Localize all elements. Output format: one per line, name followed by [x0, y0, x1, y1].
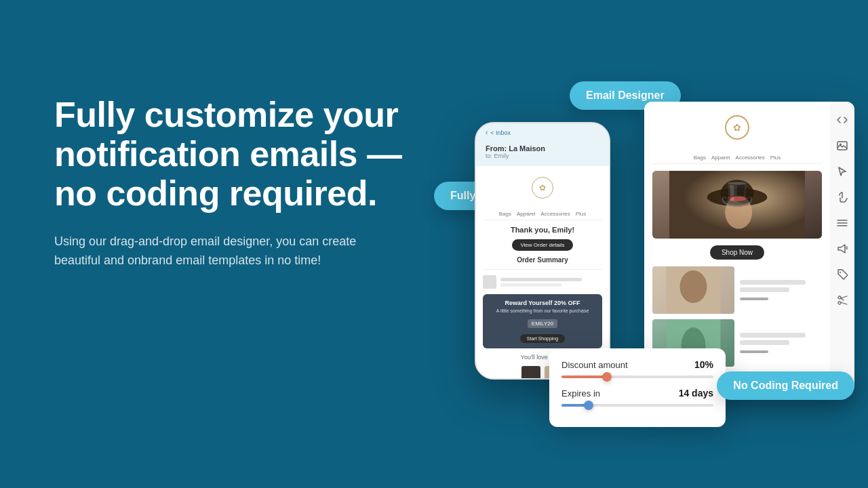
panel-hero-image: [652, 171, 822, 239]
order-item-thumbnail: [483, 275, 496, 289]
expires-label: Expires in: [561, 388, 600, 399]
svg-point-17: [838, 302, 841, 304]
email-to: to: Emily: [486, 152, 599, 159]
divider: [483, 269, 602, 270]
promo-title: Reward Yourself 20% OFF: [490, 300, 595, 306]
nav-accessories-phone: Accessories: [541, 211, 570, 217]
panel-cta-button[interactable]: Shop Now: [710, 245, 764, 260]
phone-body: ✿ Bags Apparel Accessories Plus Thank yo…: [476, 166, 609, 380]
megaphone-icon[interactable]: [835, 241, 850, 256]
panel-nav: Bags Apparel Accessories Plus: [652, 152, 822, 164]
view-order-button[interactable]: View Order details: [512, 239, 572, 251]
cursor-icon[interactable]: [835, 164, 850, 179]
panel-sidebar: [830, 102, 854, 393]
discount-card: Discount amount 10% Expires in 14 days: [549, 348, 726, 427]
text-line-2: [740, 287, 789, 292]
product-text-lines: [740, 266, 822, 314]
product-thumb-1: [521, 366, 540, 380]
image-icon[interactable]: [835, 138, 850, 153]
nav-plus-phone: Plus: [576, 211, 587, 217]
svg-point-15: [840, 272, 841, 273]
expires-slider-track[interactable]: [561, 404, 713, 407]
svg-line-13: [846, 247, 848, 247]
text-line-1: [740, 280, 806, 285]
svg-point-2: [721, 180, 754, 207]
svg-line-20: [841, 298, 844, 300]
product-image-1: [652, 266, 734, 314]
expires-row: Expires in 14 days: [561, 388, 713, 399]
order-row: [483, 275, 602, 289]
nav-bags-phone: Bags: [499, 211, 511, 217]
discount-slider-thumb[interactable]: [602, 372, 612, 382]
panel-logo-header: ✿: [652, 110, 822, 145]
no-coding-badge: No Coding Required: [717, 371, 854, 400]
nav-apparel: Apparel: [711, 155, 730, 161]
inbox-label: < Inbox: [490, 129, 511, 136]
email-from: From: La Maison: [486, 144, 599, 152]
touch-icon[interactable]: [835, 190, 850, 205]
expires-slider-thumb[interactable]: [584, 401, 593, 410]
svg-line-19: [841, 302, 847, 304]
nav-accessories: Accessories: [736, 155, 765, 161]
discount-amount-row: Discount amount 10%: [561, 359, 713, 370]
tag-icon[interactable]: [835, 267, 850, 282]
back-chevron-icon: ‹: [486, 129, 488, 136]
phone-status-bar: ‹ < Inbox: [476, 123, 609, 142]
nav-apparel-phone: Apparel: [517, 211, 536, 217]
phone-nav: Bags Apparel Accessories Plus: [483, 208, 602, 220]
promo-subtitle: A little something from our favorite pur…: [490, 308, 595, 313]
thank-you-text: Thank you, Emily!: [511, 226, 574, 234]
svg-point-3: [725, 196, 752, 229]
main-headline: Fully customize your notification emails…: [54, 95, 434, 214]
phone-brand-logo: ✿: [532, 177, 553, 199]
promo-block: Reward Yourself 20% OFF A little somethi…: [483, 294, 602, 348]
promo-code: EMILY20: [528, 319, 557, 328]
text-line-4: [740, 333, 806, 338]
svg-line-18: [841, 296, 847, 298]
left-content: Fully customize your notification emails…: [54, 95, 434, 270]
svg-point-1: [707, 188, 768, 207]
discount-amount-value: 10%: [694, 359, 713, 370]
discount-slider-fill: [561, 375, 607, 378]
scissors-icon[interactable]: [835, 293, 850, 308]
text-line-5: [740, 340, 789, 345]
text-line-6: [740, 350, 768, 353]
product-text-lines-2: [740, 319, 822, 367]
promo-cta-button[interactable]: Start Shopping: [520, 334, 565, 343]
subtitle-text: Using our drag-and-drop email designer, …: [54, 232, 387, 270]
svg-point-5: [680, 270, 707, 303]
order-item-details: [500, 278, 602, 287]
nav-bags: Bags: [694, 155, 706, 161]
nav-plus: Plus: [770, 155, 781, 161]
brand-logo: ✿: [725, 115, 749, 140]
discount-slider-track[interactable]: [561, 375, 713, 378]
right-visuals: Email Designer Fully Branded ✿ Bags Appa…: [434, 81, 854, 441]
discount-amount-label: Discount amount: [561, 360, 628, 370]
phone-email-header: From: La Maison to: Emily: [476, 142, 609, 166]
code-icon[interactable]: [835, 113, 850, 127]
svg-point-16: [838, 296, 841, 299]
expires-value: 14 days: [679, 388, 713, 399]
list-icon[interactable]: [835, 216, 850, 230]
text-line-3: [740, 298, 768, 300]
order-summary-title: Order Summary: [517, 256, 568, 264]
phone-mock: ‹ < Inbox From: La Maison to: Emily ✿ Ba…: [475, 122, 610, 380]
